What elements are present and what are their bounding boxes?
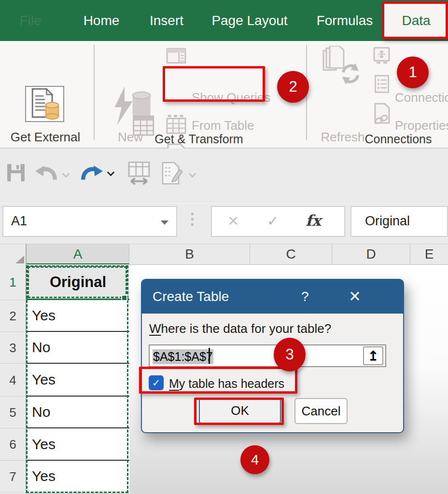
new-query-icon <box>109 85 154 136</box>
quick-access-toolbar <box>0 149 448 203</box>
show-queries-button[interactable] <box>166 48 186 66</box>
excel-window: File Home Insert Page Layout Formulas Da… <box>0 0 448 494</box>
refresh-all-icon <box>322 46 363 88</box>
formula-bar-splitter[interactable] <box>191 213 194 229</box>
dialog-prompt: Where is the data for your table? <box>149 321 331 336</box>
properties-button[interactable] <box>374 75 390 95</box>
tab-insert[interactable]: Insert <box>145 0 188 41</box>
row-header-5[interactable]: 5 <box>0 397 26 428</box>
save-button[interactable] <box>7 164 25 184</box>
undo-button[interactable] <box>35 165 57 184</box>
my-table-has-headers-label[interactable]: My table has headers <box>169 377 284 391</box>
ribbon-separator <box>94 45 95 140</box>
formula-content: Original <box>365 214 410 229</box>
cell-a6[interactable]: Yes <box>27 428 129 461</box>
ribbon-tab-bar: File Home Insert Page Layout Formulas Da… <box>0 0 448 41</box>
column-header-a[interactable]: A <box>27 244 129 265</box>
insert-function-icon[interactable]: fx <box>306 212 321 229</box>
table-range-value: $A$1:$A$7 <box>153 349 213 364</box>
step-1-badge: 1 <box>397 56 429 88</box>
cell-a5[interactable]: No <box>27 397 129 428</box>
create-table-dialog: Create Table ? ✕ Where is the data for y… <box>141 279 404 433</box>
tab-home[interactable]: Home <box>80 0 123 41</box>
show-queries-icon <box>166 48 186 64</box>
cell-a3[interactable]: No <box>27 332 129 364</box>
get-external-data-button[interactable] <box>25 86 64 122</box>
column-header-e[interactable]: E <box>410 244 448 265</box>
column-width-button[interactable] <box>127 162 151 187</box>
dialog-help-button[interactable]: ? <box>301 280 309 314</box>
from-table-label: From Table <box>192 118 293 133</box>
row-header-4[interactable]: 4 <box>0 364 26 397</box>
document-edit-button[interactable] <box>161 162 183 187</box>
properties-label: Properties <box>395 118 448 133</box>
group-label-get-transform: Get & Transform <box>146 132 252 146</box>
select-all-triangle-icon <box>15 256 24 263</box>
formula-bar: A1 ✕ ✓ fx Original <box>0 203 448 244</box>
enter-entry-icon[interactable]: ✓ <box>267 213 279 229</box>
cancel-button[interactable]: Cancel <box>294 398 348 424</box>
cell-a2[interactable]: Yes <box>27 300 129 332</box>
tab-data[interactable]: Data <box>384 3 448 38</box>
column-header-b[interactable]: B <box>129 244 250 265</box>
column-header-d[interactable]: D <box>332 244 410 265</box>
tab-formulas[interactable]: Formulas <box>313 0 377 41</box>
tab-file[interactable]: File <box>9 0 52 41</box>
from-table-icon <box>166 114 186 135</box>
select-all-button[interactable] <box>0 244 27 265</box>
redo-dropdown-chevron-icon[interactable] <box>107 169 115 177</box>
row-header-2[interactable]: 2 <box>0 300 26 332</box>
row-header-6[interactable]: 6 <box>0 428 26 461</box>
get-external-data-icon <box>26 87 63 121</box>
column-header-row: A B C D E <box>0 244 448 264</box>
tab-page-layout[interactable]: Page Layout <box>207 0 293 41</box>
row-header-column: 1 2 3 4 5 6 7 <box>0 264 27 494</box>
cell-a7[interactable]: Yes <box>27 461 129 493</box>
undo-icon <box>35 165 57 182</box>
row-header-1[interactable]: 1 <box>0 264 26 300</box>
edit-links-button[interactable] <box>373 103 391 127</box>
connections-label: Connections <box>395 90 448 105</box>
my-table-has-headers-checkbox[interactable]: ✓ <box>149 375 164 390</box>
dialog-title: Create Table <box>153 280 229 314</box>
save-icon <box>7 164 25 182</box>
properties-icon <box>374 75 390 93</box>
formula-content-box[interactable]: Original <box>350 206 448 237</box>
step-2-badge: 2 <box>277 71 309 103</box>
edit-links-icon <box>373 103 391 125</box>
connections-icon <box>373 47 391 68</box>
text-caret <box>209 348 210 364</box>
name-box[interactable]: A1 <box>2 206 177 237</box>
column-header-c[interactable]: C <box>250 244 332 265</box>
get-external-data-label-line1: Get External <box>0 130 91 145</box>
cell-a1[interactable]: Original <box>27 264 129 300</box>
cell-a4[interactable]: Yes <box>27 364 129 397</box>
ok-button[interactable]: OK <box>199 398 281 424</box>
dialog-title-bar: Create Table ? ✕ <box>142 280 403 314</box>
document-edit-chevron-icon[interactable] <box>189 170 196 178</box>
redo-button[interactable] <box>81 165 103 184</box>
table-range-input[interactable]: $A$1:$A$7 ↥ <box>149 344 386 367</box>
row-header-7[interactable]: 7 <box>0 461 26 493</box>
range-selector-button[interactable]: ↥ <box>363 346 383 365</box>
ribbon: Get External Data New Query <box>0 41 448 149</box>
dialog-close-button[interactable]: ✕ <box>349 280 361 314</box>
refresh-all-button[interactable] <box>322 46 363 90</box>
cancel-entry-icon[interactable]: ✕ <box>227 213 239 229</box>
column-width-icon <box>127 162 151 185</box>
redo-icon <box>81 165 103 182</box>
step-4-badge: 4 <box>240 445 269 474</box>
formula-buttons: ✕ ✓ fx <box>211 206 345 237</box>
document-edit-icon <box>161 162 183 185</box>
step-3-badge: 3 <box>274 338 306 371</box>
fill-handle[interactable] <box>121 295 127 301</box>
undo-dropdown-chevron-icon[interactable] <box>62 170 70 178</box>
row-header-3[interactable]: 3 <box>0 332 26 364</box>
name-box-value: A1 <box>11 214 27 229</box>
connections-button[interactable] <box>373 47 391 70</box>
group-label-connections: Connections <box>345 132 448 146</box>
name-box-dropdown-icon[interactable] <box>161 220 168 225</box>
